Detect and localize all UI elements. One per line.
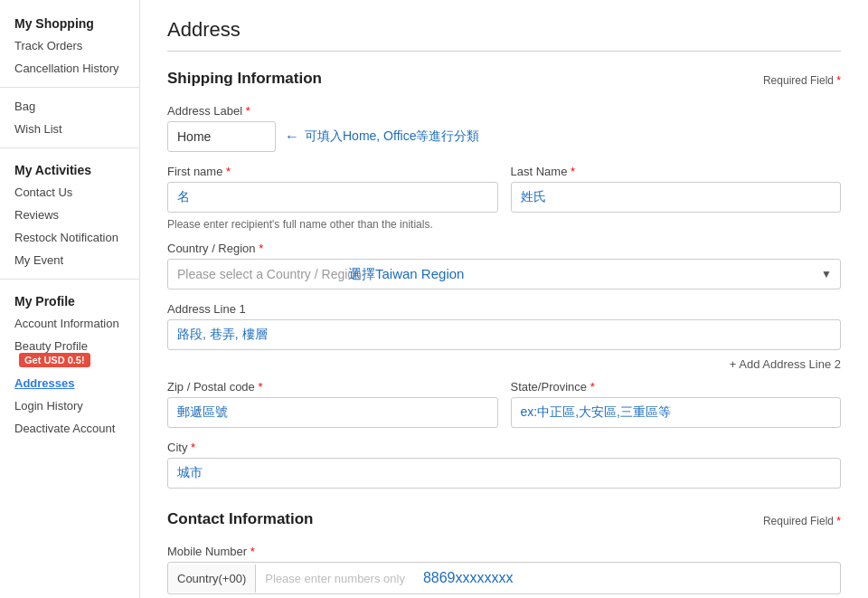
sidebar-divider-1: [0, 87, 139, 88]
state-input[interactable]: [511, 397, 842, 428]
sidebar: My Shopping Track Orders Cancellation Hi…: [0, 0, 140, 598]
sidebar-item-wish-list[interactable]: Wish List: [0, 118, 139, 140]
zip-state-row: Zip / Postal code * State/Province *: [167, 380, 841, 441]
beauty-profile-badge[interactable]: Get USD 0.5!: [19, 353, 90, 367]
mobile-row: Country(+00) Please enter numbers only 8…: [167, 562, 841, 594]
first-name-label: First name *: [167, 165, 498, 178]
address-line1-input[interactable]: [167, 319, 841, 350]
state-group: State/Province *: [511, 380, 842, 428]
address-line1-group: Address Line 1: [167, 302, 841, 350]
page-title: Address: [167, 18, 841, 42]
zip-input[interactable]: [167, 397, 498, 428]
my-activities-title: My Activities: [0, 156, 139, 181]
sidebar-item-restock-notification[interactable]: Restock Notification: [0, 226, 139, 249]
shipping-required-note: Required Field *: [763, 74, 841, 87]
country-region-group: Country / Region * Please select a Count…: [167, 242, 841, 290]
sidebar-item-login-history[interactable]: Login History: [0, 394, 139, 417]
sidebar-item-deactivate-account[interactable]: Deactivate Account: [0, 417, 139, 440]
contact-section: Contact Information Required Field * Mob…: [167, 510, 841, 598]
my-profile-title: My Profile: [0, 287, 139, 312]
mobile-number-group: Mobile Number * Country(+00) Please ente…: [167, 545, 841, 594]
state-label: State/Province *: [511, 380, 842, 394]
sidebar-item-cancellation-history[interactable]: Cancellation History: [0, 57, 139, 80]
contact-required-note: Required Field *: [763, 515, 841, 527]
beauty-profile-label: Beauty Profile: [14, 339, 88, 353]
sidebar-item-track-orders[interactable]: Track Orders: [0, 34, 139, 57]
city-group: City *: [167, 441, 841, 489]
last-name-input[interactable]: [511, 182, 842, 213]
sidebar-divider-2: [0, 147, 139, 148]
page-title-divider: [167, 51, 841, 52]
shipping-section-heading: Shipping Information: [167, 70, 322, 88]
country-select-wrapper: Please select a Country / Region Taiwan …: [167, 259, 841, 290]
main-content: Address Shipping Information Required Fi…: [140, 0, 868, 598]
sidebar-item-bag[interactable]: Bag: [0, 95, 139, 118]
address-label-input[interactable]: [167, 121, 276, 152]
first-name-group: First name *: [167, 165, 498, 213]
mobile-number-value[interactable]: 8869xxxxxxxx: [414, 563, 523, 593]
country-select[interactable]: Please select a Country / Region Taiwan: [167, 259, 841, 290]
sidebar-item-beauty-profile[interactable]: Beauty Profile Get USD 0.5!: [0, 335, 139, 372]
sidebar-divider-3: [0, 279, 139, 280]
address-line1-label: Address Line 1: [167, 302, 841, 316]
sidebar-item-reviews[interactable]: Reviews: [0, 204, 139, 226]
zip-label: Zip / Postal code *: [167, 380, 498, 394]
sidebar-item-contact-us[interactable]: Contact Us: [0, 181, 139, 204]
add-address-line2-button[interactable]: + Add Address Line 2: [167, 357, 841, 371]
required-star: *: [836, 74, 841, 87]
contact-section-heading: Contact Information: [167, 510, 314, 528]
mobile-label: Mobile Number *: [167, 545, 841, 558]
country-region-label: Country / Region *: [167, 242, 841, 255]
address-label-row: ← 可填入Home, Office等進行分類: [167, 121, 841, 152]
sidebar-item-account-information[interactable]: Account Information: [0, 312, 139, 335]
address-label-label: Address Label *: [167, 104, 841, 118]
mobile-number-placeholder: Please enter numbers only: [256, 565, 414, 593]
last-name-label: Last Name *: [511, 165, 842, 178]
sidebar-item-addresses[interactable]: Addresses: [0, 372, 139, 394]
address-label-hint: ← 可填入Home, Office等進行分類: [285, 128, 479, 145]
shipping-section: Shipping Information Required Field * Ad…: [167, 70, 841, 489]
address-label-group: Address Label * ← 可填入Home, Office等進行分類: [167, 104, 841, 152]
arrow-icon: ←: [285, 128, 299, 145]
contact-required-star: *: [836, 515, 841, 527]
mobile-country-code: Country(+00): [168, 565, 256, 593]
address-label-required: *: [246, 104, 250, 118]
last-name-group: Last Name *: [511, 165, 842, 213]
my-shopping-title: My Shopping: [0, 9, 139, 34]
name-hint: Please enter recipient's full name other…: [167, 218, 841, 231]
first-name-input[interactable]: [167, 182, 498, 213]
city-label: City *: [167, 441, 841, 454]
zip-group: Zip / Postal code *: [167, 380, 498, 428]
address-label-hint-text: 可填入Home, Office等進行分類: [305, 128, 479, 145]
sidebar-item-my-event[interactable]: My Event: [0, 249, 139, 271]
city-input[interactable]: [167, 458, 841, 489]
name-row: First name * Last Name *: [167, 165, 841, 225]
